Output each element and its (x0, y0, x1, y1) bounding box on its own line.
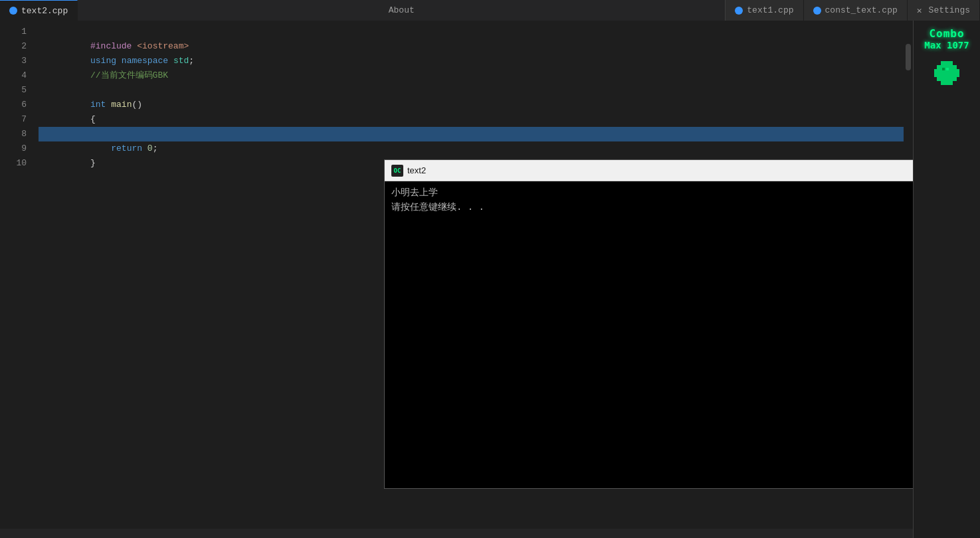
terminal-output-line2: 请按任意键继续. . . (391, 200, 913, 215)
main-area: 1 2 3 4 5 6 7 8 9 10 #include <iostream>… (0, 21, 980, 538)
settings-x-icon: ✕ (917, 5, 922, 16)
tab-bar: text2.cpp About text1.cpp const_text.cpp… (0, 0, 980, 21)
terminal-app-icon: OC (391, 165, 403, 177)
svg-rect-3 (937, 65, 941, 69)
svg-rect-8 (934, 69, 938, 73)
line-num-1: 1 (0, 25, 27, 39)
bottom-scrollbar-bar[interactable] (0, 529, 913, 538)
code-line-5: int main() (39, 83, 913, 98)
code-line-6: { (39, 98, 913, 112)
code-line-2: using namespace std; (39, 39, 913, 54)
tab-about-label: About (389, 5, 415, 15)
code-line-4 (39, 68, 913, 83)
combo-label: Combo (929, 27, 964, 40)
line-num-5: 5 (0, 83, 27, 98)
terminal-window: OC text2 — 小明去上学 请按任意键继续. . . (384, 159, 913, 489)
code-line-9: } (39, 141, 913, 156)
svg-rect-7 (953, 65, 957, 69)
svg-rect-10 (955, 69, 959, 73)
svg-rect-11 (955, 73, 959, 77)
combo-max-value: 1077 (947, 40, 969, 50)
code-line-8: return 0; (39, 127, 913, 141)
terminal-titlebar: OC text2 — (385, 160, 913, 181)
combo-max-label: Max (924, 40, 947, 50)
svg-rect-20 (942, 68, 945, 70)
svg-rect-19 (941, 77, 953, 81)
terminal-output-line1: 小明去上学 (391, 185, 913, 200)
combo-value: Max 1077 (924, 40, 969, 50)
line-num-4: 4 (0, 68, 27, 83)
editor-area: 1 2 3 4 5 6 7 8 9 10 #include <iostream>… (0, 21, 913, 538)
line-num-3: 3 (0, 54, 27, 68)
svg-rect-15 (945, 81, 949, 85)
svg-rect-16 (949, 81, 953, 85)
code-line-1: #include <iostream> (39, 25, 913, 39)
tab-const-text[interactable]: const_text.cpp (804, 0, 908, 21)
line-num-2: 2 (0, 39, 27, 54)
svg-rect-14 (941, 81, 945, 85)
code-line-7: cout << "小明去上学" << endl; (39, 112, 913, 127)
svg-rect-12 (937, 77, 941, 81)
tab-about[interactable]: About (78, 0, 726, 21)
svg-rect-13 (953, 77, 957, 81)
svg-rect-9 (934, 73, 938, 77)
svg-rect-1 (945, 61, 949, 65)
line-num-10: 10 (0, 156, 27, 171)
right-panel: Combo Max 1077 (914, 21, 980, 538)
terminal-body: 小明去上学 请按任意键继续. . . (385, 181, 913, 488)
svg-rect-2 (949, 61, 953, 65)
cpp-file-icon-3 (813, 7, 821, 15)
svg-rect-21 (946, 68, 949, 70)
tab-settings[interactable]: ✕ Settings (908, 0, 980, 21)
line-numbers: 1 2 3 4 5 6 7 8 9 10 (0, 21, 33, 538)
cpp-file-icon (9, 7, 17, 15)
scrollbar-thumb (906, 44, 911, 70)
terminal-title-text: text2 (407, 165, 913, 175)
tab-text1-label: text1.cpp (747, 5, 793, 15)
line-num-9: 9 (0, 141, 27, 156)
tab-text2[interactable]: text2.cpp (0, 0, 78, 21)
tab-const-text-label: const_text.cpp (825, 5, 898, 15)
line-num-6: 6 (0, 98, 27, 112)
line-num-7: 7 (0, 112, 27, 127)
tab-text2-label: text2.cpp (21, 6, 68, 16)
tab-settings-label: Settings (929, 5, 970, 15)
combo-gem-icon (930, 57, 963, 90)
cpp-file-icon-2 (735, 7, 743, 15)
tab-text1[interactable]: text1.cpp (726, 0, 803, 21)
line-num-8: 8 (0, 127, 27, 141)
code-line-3: //当前文件编码GBK (39, 54, 913, 68)
svg-rect-0 (941, 61, 945, 65)
